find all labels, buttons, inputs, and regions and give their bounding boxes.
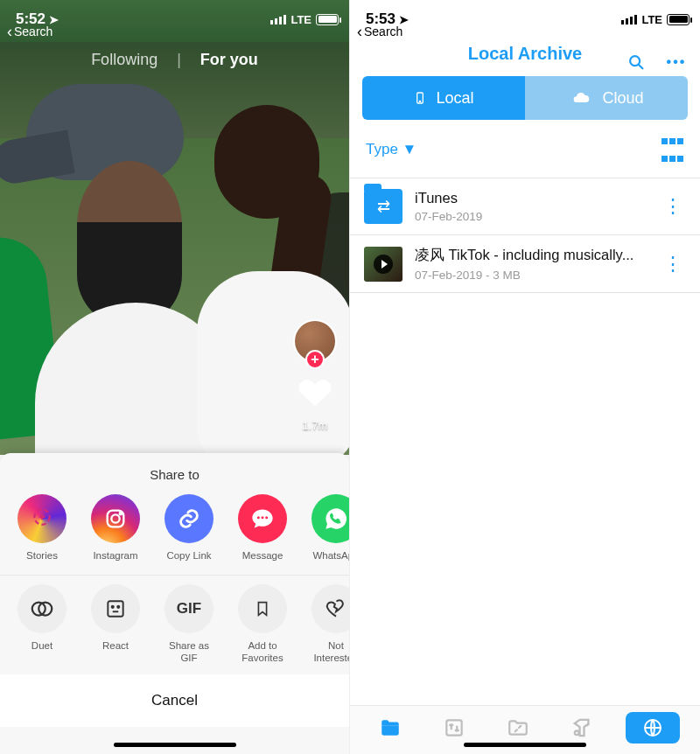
action-not-interested[interactable]: Not Interested: [308, 584, 349, 665]
list-item[interactable]: ⇄ iTunes 07-Feb-2019 ⋮: [350, 178, 700, 235]
svg-point-5: [261, 516, 263, 519]
back-to-search[interactable]: ‹ Search: [357, 24, 402, 38]
battery-icon: [667, 14, 690, 25]
svg-rect-9: [108, 601, 122, 616]
svg-point-11: [117, 606, 119, 608]
share-sheet: Share to Stories Instagram: [0, 453, 349, 754]
tab-following[interactable]: Following: [91, 51, 158, 69]
follow-plus-icon[interactable]: +: [305, 350, 325, 369]
folder-icon: ⇄: [364, 189, 402, 224]
toolbar-remote[interactable]: [498, 712, 538, 744]
svg-rect-15: [447, 720, 462, 735]
tiktok-screen: 5:52 ➤ LTE ‹ Search Following | For you …: [0, 0, 350, 754]
video-thumbnail: [364, 247, 402, 282]
share-row-apps: Stories Instagram Copy Link: [0, 491, 349, 573]
broken-heart-icon: [312, 584, 349, 633]
svg-point-10: [112, 606, 114, 608]
chevron-left-icon: ‹: [357, 25, 362, 38]
link-icon: [164, 494, 214, 543]
action-rail: + 1.7m: [291, 319, 339, 432]
toolbar-files[interactable]: [370, 712, 410, 744]
archive-screen: 5:53 ➤ LTE ‹ Search Local Archive •••: [350, 0, 700, 754]
battery-icon: [316, 14, 339, 25]
home-indicator[interactable]: [114, 743, 236, 747]
svg-point-2: [111, 514, 119, 522]
signal-icon: [270, 15, 286, 24]
list-item[interactable]: 凌风 TikTok - including musically... 07-Fe…: [350, 235, 700, 293]
duet-icon: [18, 584, 66, 633]
segment-cloud[interactable]: Cloud: [525, 76, 688, 120]
item-title: 凌风 TikTok - including musically...: [415, 246, 648, 265]
network-label: LTE: [290, 13, 312, 26]
action-share-gif[interactable]: GIF Share as GIF: [161, 584, 217, 665]
author-avatar[interactable]: +: [293, 319, 337, 363]
whatsapp-icon: [312, 494, 349, 543]
bookmark-icon: [238, 584, 287, 633]
action-add-favorites[interactable]: Add to Favorites: [234, 584, 290, 665]
share-sheet-title: Share to: [0, 453, 349, 491]
share-instagram[interactable]: Instagram: [88, 494, 144, 562]
sheet-divider: [0, 575, 349, 576]
toolbar-transfer[interactable]: [434, 712, 474, 744]
network-label: LTE: [641, 13, 662, 26]
tab-for-you[interactable]: For you: [200, 51, 258, 69]
chevron-left-icon: ‹: [7, 25, 12, 38]
item-more-button[interactable]: ⋮: [660, 262, 686, 267]
instagram-icon: [91, 494, 140, 543]
toolbar-browser[interactable]: [626, 712, 680, 744]
share-copy-link[interactable]: Copy Link: [161, 494, 217, 562]
file-list: ⇄ iTunes 07-Feb-2019 ⋮ 凌风 TikTok - inclu…: [350, 178, 700, 293]
svg-point-3: [120, 513, 122, 514]
svg-point-4: [257, 516, 260, 519]
item-more-button[interactable]: ⋮: [660, 204, 686, 209]
sort-by-type[interactable]: Type ▼: [366, 141, 416, 158]
back-label: Search: [364, 24, 402, 38]
segment-cloud-label: Cloud: [602, 89, 643, 108]
stories-icon: [31, 506, 53, 532]
share-whatsapp[interactable]: WhatsApp: [308, 494, 349, 562]
feed-tabs: Following | For you: [0, 51, 349, 69]
share-stories[interactable]: Stories: [14, 494, 70, 562]
storage-segment: Local Cloud: [362, 76, 688, 120]
back-label: Search: [14, 24, 52, 38]
react-icon: [91, 584, 140, 633]
svg-point-14: [420, 101, 421, 101]
share-message[interactable]: Message: [234, 494, 290, 562]
signal-icon: [621, 15, 637, 24]
share-row-actions: Duet React GIF Share as GIF Add to Favor…: [0, 581, 349, 675]
sort-row: Type ▼: [350, 120, 700, 178]
tab-separator: |: [177, 51, 181, 69]
item-subtitle: 07-Feb-2019: [415, 210, 648, 223]
toolbar-settings[interactable]: [562, 712, 602, 744]
message-icon: [238, 494, 287, 543]
cancel-button[interactable]: Cancel: [0, 674, 349, 727]
more-button[interactable]: •••: [667, 52, 686, 72]
item-title: iTunes: [415, 190, 648, 206]
svg-point-16: [575, 730, 579, 735]
action-duet[interactable]: Duet: [14, 584, 70, 665]
svg-point-6: [265, 516, 268, 519]
gif-icon: GIF: [164, 584, 214, 633]
item-subtitle: 07-Feb-2019 - 3 MB: [415, 269, 648, 282]
like-count: 1.7m: [303, 419, 328, 432]
like-button[interactable]: [297, 377, 333, 410]
view-grid-button[interactable]: [661, 132, 684, 167]
back-to-search[interactable]: ‹ Search: [7, 24, 52, 38]
action-react[interactable]: React: [88, 584, 144, 665]
segment-local[interactable]: Local: [362, 76, 525, 120]
home-indicator[interactable]: [464, 743, 586, 747]
segment-local-label: Local: [436, 89, 473, 108]
search-button[interactable]: [626, 52, 646, 72]
chevron-down-icon: ▼: [402, 141, 417, 157]
